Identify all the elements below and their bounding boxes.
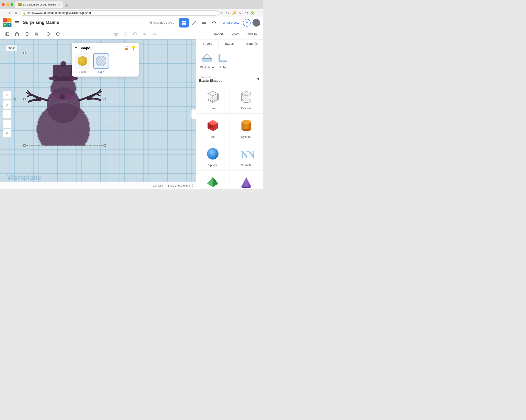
circle-view-button[interactable] (131, 30, 140, 39)
solid-option[interactable]: Solid (75, 53, 90, 74)
mirror-button[interactable] (150, 30, 159, 39)
solid-label: Solid (79, 70, 86, 74)
solid-preview (75, 53, 90, 69)
snap-grid-label: Snap Grid (168, 184, 180, 187)
right-sidebar: Import Export Send To (196, 40, 263, 189)
copy-all-button[interactable] (3, 30, 12, 39)
shape-lock-icon[interactable]: 🔓 (124, 46, 129, 50)
tab-close-btn[interactable]: × (59, 3, 60, 6)
view-label: TOP (6, 45, 18, 51)
snap-value: 1.0 mm (181, 184, 190, 187)
lock-icon: 🔒 (23, 11, 26, 15)
shape-item-box-solid[interactable]: Box (196, 114, 230, 142)
key-icon[interactable]: 🔑 (232, 11, 236, 15)
svg-rect-1 (184, 21, 186, 22)
sphere-solid-icon (204, 145, 221, 162)
svg-rect-2 (182, 23, 184, 25)
ruler-item[interactable]: Ruler (217, 52, 229, 69)
code-button[interactable] (209, 18, 219, 28)
svg-marker-73 (207, 177, 213, 187)
shape-bulb-icon[interactable]: 💡 (131, 46, 136, 50)
platform-button[interactable] (199, 18, 209, 28)
bookmark-icon[interactable]: ☆ (220, 11, 224, 15)
shape-item-cylinder-solid[interactable]: Cylinder (230, 114, 263, 142)
shape-item-box-wireframe[interactable]: Box (196, 85, 230, 114)
logo-k: K (7, 23, 12, 27)
edit-grid-label[interactable]: Edit Grid (153, 184, 163, 187)
svg-rect-5 (202, 23, 206, 24)
shape-selector-dropdown[interactable]: ▼ (256, 77, 260, 81)
home-view-button[interactable]: ⌂ (3, 91, 11, 99)
shape-item-cone[interactable]: Cone (230, 171, 263, 189)
workplane-item[interactable]: Workplane (200, 52, 214, 69)
paste-button[interactable] (12, 30, 21, 39)
import-button[interactable]: Import (211, 31, 226, 37)
shape-panel-collapse[interactable]: ▼ (75, 46, 78, 50)
shape-selector-header: Tinkercad Basic Shapes ▼ (199, 76, 260, 82)
shield-icon[interactable]: 🛡 (226, 11, 230, 15)
export-button[interactable]: Export (226, 31, 242, 37)
svg-marker-72 (213, 177, 218, 187)
send-to-button[interactable]: Send To (242, 31, 260, 37)
align-button[interactable] (140, 30, 149, 39)
sidebar-toggle[interactable]: › (191, 109, 196, 119)
scribble-icon: NN (238, 145, 255, 162)
svg-point-69 (207, 148, 219, 160)
new-tab-button[interactable]: + (64, 3, 70, 8)
shape-item-cylinder-wireframe[interactable]: Cylinder (230, 85, 263, 114)
duplicate-button[interactable] (22, 30, 31, 39)
shape-view-button[interactable] (121, 30, 130, 39)
window-close[interactable] (2, 3, 5, 6)
extension-icon[interactable]: 🧩 (251, 11, 255, 15)
box-wireframe-icon (204, 89, 221, 105)
settings-icon[interactable]: ⚙ (244, 11, 249, 15)
address-bar[interactable]: 🔒 https://www.tinkercad.com/things/itJUB… (20, 10, 218, 16)
edit-mode-button[interactable] (189, 18, 199, 28)
user-controls: + (243, 19, 260, 27)
svg-line-35 (205, 56, 206, 59)
svg-point-27 (61, 61, 66, 67)
svg-rect-8 (16, 33, 18, 36)
fit-view-button[interactable]: ⤢ (3, 100, 11, 109)
shape-selector: Tinkercad Basic Shapes ▼ (196, 73, 263, 85)
snap-arrows[interactable]: ▲ ▼ (191, 184, 193, 187)
visibility-button[interactable] (111, 30, 121, 39)
user-avatar[interactable] (253, 19, 260, 27)
zoom-in-button[interactable]: + (3, 110, 11, 118)
browser-menu[interactable]: ⋮ (257, 11, 261, 15)
shape-item-scribble[interactable]: NN Scribble (230, 142, 263, 171)
shape-item-roof[interactable]: Roof (196, 171, 230, 189)
zoom-out-button[interactable]: − (3, 119, 11, 128)
svg-rect-32 (202, 59, 212, 62)
add-user-button[interactable]: + (243, 19, 251, 27)
canvas-area[interactable]: TOP ⌂ ⤢ + − ⊙ (0, 40, 196, 189)
menu-button[interactable] (13, 19, 21, 27)
roof-icon (204, 174, 221, 189)
back-button[interactable]: ‹ (2, 10, 6, 16)
window-maximize[interactable] (10, 3, 13, 6)
svg-marker-65 (208, 128, 218, 131)
redo-button[interactable] (53, 30, 62, 39)
active-tab[interactable]: 3D design Surprising Maimu | × (15, 1, 63, 8)
whats-new-button[interactable]: What's New (221, 19, 241, 26)
sidebar-import-button[interactable]: Import (196, 40, 219, 48)
snap-down-arrow[interactable]: ▼ (191, 186, 193, 187)
delete-button[interactable] (31, 30, 41, 39)
shape-panel: ▼ Shape 🔓 💡 Solid (72, 43, 139, 77)
sidebar-export-button[interactable]: Export (219, 40, 241, 48)
tinkercad-logo[interactable]: T I N K (3, 18, 11, 27)
window-minimize[interactable] (6, 3, 9, 6)
svg-rect-12 (35, 33, 37, 36)
tab-favicon (18, 3, 21, 6)
undo-button[interactable] (44, 30, 53, 39)
header-tool-area (179, 18, 219, 28)
perspective-button[interactable]: ⊙ (3, 129, 11, 138)
hole-option[interactable]: Hole (93, 53, 109, 74)
sidebar-send-to-button[interactable]: Send To (241, 40, 263, 48)
shape-item-sphere-solid[interactable]: Sphere (196, 142, 230, 171)
reload-button[interactable]: ↻ (13, 11, 19, 15)
logo-i: I (7, 18, 12, 23)
forward-button[interactable]: › (7, 10, 11, 16)
vpn-icon[interactable]: V (238, 11, 243, 15)
grid-view-button[interactable] (179, 18, 189, 28)
